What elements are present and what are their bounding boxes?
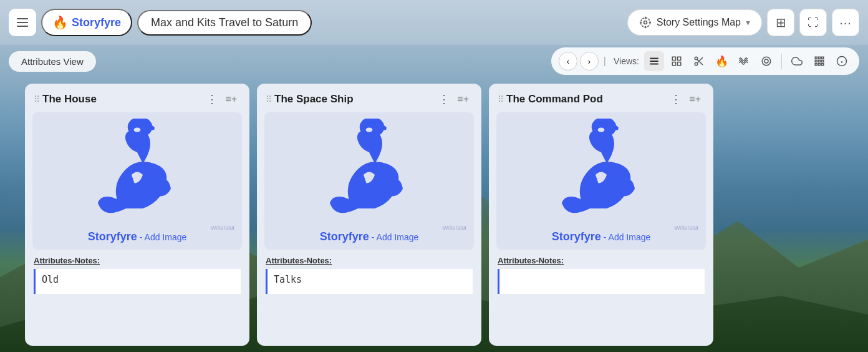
views-label: Views: bbox=[611, 56, 642, 66]
svg-point-1 bbox=[640, 18, 650, 27]
more-icon: ··· bbox=[839, 16, 852, 30]
svg-point-14 bbox=[762, 57, 771, 66]
writerstat-1: Writerstat bbox=[211, 225, 234, 231]
card-image-label-1: Storyfyre - Add Image bbox=[88, 230, 187, 243]
card-the-command-pod: ⠿ The Command Pod ⋮ ≡+ Writerstat bbox=[489, 84, 713, 346]
info-view-button[interactable] bbox=[832, 51, 852, 71]
svg-rect-24 bbox=[822, 64, 824, 66]
nav-prev-icon: ‹ bbox=[567, 57, 569, 66]
apps-view-button[interactable] bbox=[809, 51, 829, 71]
map-icon bbox=[639, 16, 652, 29]
svg-rect-6 bbox=[678, 57, 681, 60]
more-options-button[interactable]: ··· bbox=[832, 9, 859, 36]
new-tab-icon: ⊞ bbox=[776, 15, 786, 30]
drag-icon-2: ⠿ bbox=[266, 94, 272, 104]
image-brand-3: Storyfyre bbox=[552, 230, 601, 243]
svg-line-12 bbox=[700, 62, 703, 65]
wave-view-button[interactable] bbox=[734, 51, 754, 71]
svg-rect-23 bbox=[819, 64, 821, 66]
cut-view-button[interactable] bbox=[689, 51, 709, 71]
flame-view-icon: 🔥 bbox=[715, 55, 728, 68]
card-body-1: Attributes-Notes: bbox=[25, 250, 249, 346]
card-header-2: ⠿ The Space Ship ⋮ ≡+ bbox=[257, 84, 481, 112]
grid-view-button[interactable] bbox=[667, 51, 687, 71]
list-view-button[interactable] bbox=[644, 51, 664, 71]
svg-rect-5 bbox=[672, 57, 675, 60]
topbar: 🔥 Storyfyre Max and Kits Travel to Satur… bbox=[0, 0, 868, 45]
writerstat-2: Writerstat bbox=[443, 225, 466, 231]
svg-point-29 bbox=[134, 127, 141, 132]
image-brand-1: Storyfyre bbox=[88, 230, 137, 243]
attr-notes-label-1: Attributes-Notes: bbox=[34, 256, 241, 265]
menu-button[interactable] bbox=[9, 9, 36, 36]
attributes-bar: Attributes View ‹ › | Views: bbox=[0, 45, 868, 77]
cards-area: ⠿ The House ⋮ ≡+ bbox=[0, 77, 868, 352]
story-title-label: Max and Kits Travel to Saturn bbox=[151, 16, 298, 29]
card-add-button-3[interactable]: ≡+ bbox=[685, 92, 705, 106]
svg-rect-8 bbox=[678, 62, 681, 66]
writerstat-3: Writerstat bbox=[675, 225, 698, 231]
nav-next-button[interactable]: › bbox=[580, 52, 599, 71]
fullscreen-icon: ⛶ bbox=[808, 16, 819, 29]
storyfyre-logo-1 bbox=[75, 119, 200, 231]
hamburger-icon bbox=[17, 18, 28, 27]
svg-point-33 bbox=[598, 127, 605, 132]
card-header-1: ⠿ The House ⋮ ≡+ bbox=[25, 84, 249, 112]
card-title-3: The Command Pod bbox=[506, 93, 667, 105]
add-image-text-2: - Add Image bbox=[372, 232, 419, 242]
new-tab-button[interactable]: ⊞ bbox=[767, 9, 794, 36]
card-image-area-1: Writerstat Storyfyre - Add Image bbox=[32, 112, 242, 250]
attr-notes-input-3[interactable] bbox=[498, 269, 705, 294]
card-add-button-2[interactable]: ≡+ bbox=[453, 92, 473, 106]
nav-prev-button[interactable]: ‹ bbox=[559, 52, 577, 71]
flame-view-button[interactable]: 🔥 bbox=[711, 51, 731, 71]
attr-notes-input-1[interactable] bbox=[34, 269, 241, 294]
card-menu-button-3[interactable]: ⋮ bbox=[667, 91, 685, 107]
add-image-text-1: - Add Image bbox=[140, 232, 187, 242]
flame-icon: 🔥 bbox=[52, 15, 68, 30]
card-image-label-2: Storyfyre - Add Image bbox=[320, 230, 419, 243]
circle-icon bbox=[761, 56, 772, 67]
settings-map-button[interactable]: Story Settings Map ▾ bbox=[627, 9, 762, 36]
chevron-down-icon: ▾ bbox=[746, 17, 750, 27]
drag-icon-3: ⠿ bbox=[498, 94, 504, 104]
card-image-area-3: Writerstat Storyfyre - Add Image bbox=[496, 112, 706, 250]
storyfyre-logo-2 bbox=[307, 119, 432, 231]
info-icon bbox=[836, 56, 847, 67]
card-the-space-ship: ⠿ The Space Ship ⋮ ≡+ Writerstat bbox=[257, 84, 481, 346]
card-title-2: The Space Ship bbox=[274, 93, 435, 105]
svg-rect-19 bbox=[815, 61, 817, 62]
card-image-area-2: Writerstat Storyfyre - Add Image bbox=[264, 112, 474, 250]
separator: | bbox=[601, 56, 609, 67]
attr-notes-label-2: Attributes-Notes: bbox=[266, 256, 473, 265]
cloud-icon bbox=[791, 56, 803, 67]
card-the-house: ⠿ The House ⋮ ≡+ bbox=[25, 84, 249, 346]
wave-icon bbox=[738, 56, 750, 67]
svg-point-0 bbox=[644, 21, 647, 24]
svg-point-31 bbox=[366, 127, 373, 132]
cloud-view-button[interactable] bbox=[787, 51, 807, 71]
card-title-1: The House bbox=[42, 93, 203, 105]
card-add-button-1[interactable]: ≡+ bbox=[221, 92, 241, 106]
circle-view-button[interactable] bbox=[756, 51, 776, 71]
grid-icon bbox=[671, 56, 682, 67]
fullscreen-button[interactable]: ⛶ bbox=[799, 9, 827, 36]
nav-next-icon: › bbox=[588, 57, 591, 66]
story-title-button[interactable]: Max and Kits Travel to Saturn bbox=[137, 10, 312, 36]
card-menu-button-1[interactable]: ⋮ bbox=[203, 91, 221, 107]
attr-notes-input-2[interactable] bbox=[266, 269, 473, 294]
card-body-2: Attributes-Notes: bbox=[257, 250, 481, 346]
svg-rect-17 bbox=[819, 57, 821, 59]
attributes-view-button[interactable]: Attributes View bbox=[9, 51, 96, 72]
drag-icon-1: ⠿ bbox=[34, 94, 40, 104]
scissors-icon bbox=[693, 56, 705, 67]
card-menu-button-2[interactable]: ⋮ bbox=[435, 91, 453, 107]
card-body-3: Attributes-Notes: bbox=[489, 250, 713, 346]
brand-label: Storyfyre bbox=[72, 16, 121, 29]
attributes-view-label: Attributes View bbox=[21, 56, 84, 67]
apps-icon bbox=[814, 56, 825, 67]
svg-point-10 bbox=[695, 62, 698, 66]
vertical-separator bbox=[781, 54, 782, 69]
brand-button[interactable]: 🔥 Storyfyre bbox=[41, 9, 132, 36]
storyfyre-logo-3 bbox=[539, 119, 663, 231]
